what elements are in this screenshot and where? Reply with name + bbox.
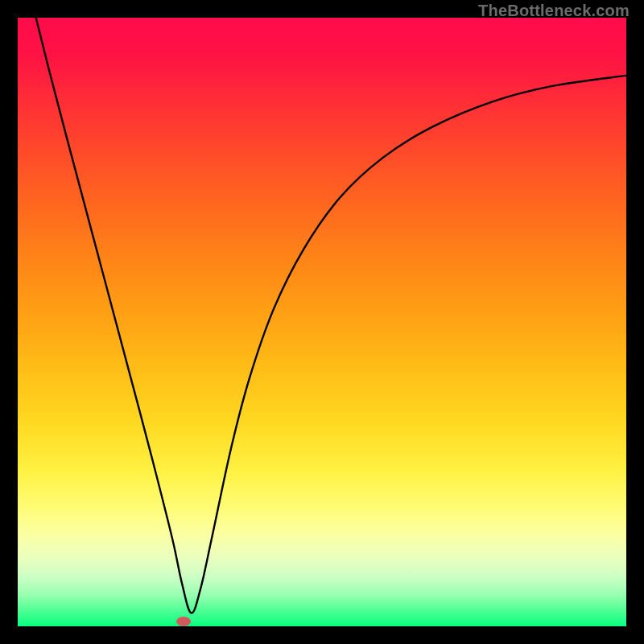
chart-container: TheBottleneck.com: [0, 0, 644, 644]
plot-area: [18, 18, 626, 626]
minimum-marker: [176, 617, 191, 626]
curve-svg: [18, 18, 626, 626]
data-curve: [36, 18, 626, 613]
